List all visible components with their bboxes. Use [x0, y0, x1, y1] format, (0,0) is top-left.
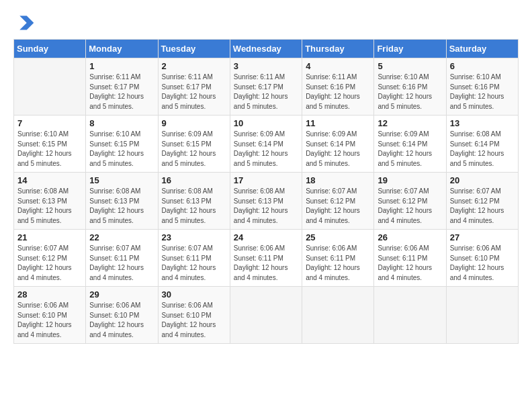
calendar-cell: 9Sunrise: 6:09 AM Sunset: 6:15 PM Daylig… — [158, 116, 230, 173]
day-number: 4 — [306, 61, 370, 71]
calendar-cell: 28Sunrise: 6:06 AM Sunset: 6:10 PM Dayli… — [14, 287, 86, 344]
calendar-cell: 29Sunrise: 6:06 AM Sunset: 6:10 PM Dayli… — [86, 287, 158, 344]
day-number: 15 — [89, 175, 154, 185]
day-number: 8 — [89, 118, 154, 128]
day-number: 24 — [234, 232, 298, 242]
day-info: Sunrise: 6:07 AM Sunset: 6:12 PM Dayligh… — [450, 187, 515, 226]
day-info: Sunrise: 6:08 AM Sunset: 6:14 PM Dayligh… — [450, 130, 515, 169]
calendar-week-row: 28Sunrise: 6:06 AM Sunset: 6:10 PM Dayli… — [14, 287, 519, 344]
calendar-cell: 10Sunrise: 6:09 AM Sunset: 6:14 PM Dayli… — [230, 116, 302, 173]
day-info: Sunrise: 6:06 AM Sunset: 6:10 PM Dayligh… — [450, 244, 515, 283]
calendar-cell: 1Sunrise: 6:11 AM Sunset: 6:17 PM Daylig… — [86, 58, 158, 116]
day-number: 16 — [162, 175, 226, 185]
day-info: Sunrise: 6:10 AM Sunset: 6:15 PM Dayligh… — [89, 130, 154, 169]
day-info: Sunrise: 6:08 AM Sunset: 6:13 PM Dayligh… — [89, 187, 154, 226]
day-info: Sunrise: 6:06 AM Sunset: 6:10 PM Dayligh… — [17, 301, 82, 340]
day-info: Sunrise: 6:09 AM Sunset: 6:15 PM Dayligh… — [162, 130, 226, 169]
calendar-cell — [446, 287, 518, 344]
day-info: Sunrise: 6:08 AM Sunset: 6:13 PM Dayligh… — [17, 187, 82, 226]
day-number: 30 — [162, 289, 226, 300]
day-info: Sunrise: 6:09 AM Sunset: 6:14 PM Dayligh… — [378, 130, 442, 169]
day-info: Sunrise: 6:11 AM Sunset: 6:16 PM Dayligh… — [306, 73, 370, 111]
day-number: 14 — [17, 175, 82, 185]
day-info: Sunrise: 6:11 AM Sunset: 6:17 PM Dayligh… — [162, 73, 226, 111]
day-number: 6 — [450, 61, 515, 71]
calendar-week-row: 7Sunrise: 6:10 AM Sunset: 6:15 PM Daylig… — [14, 116, 519, 173]
day-number: 3 — [234, 61, 298, 71]
calendar-cell: 26Sunrise: 6:06 AM Sunset: 6:11 PM Dayli… — [374, 230, 446, 287]
day-info: Sunrise: 6:07 AM Sunset: 6:11 PM Dayligh… — [162, 244, 226, 283]
calendar-cell: 3Sunrise: 6:11 AM Sunset: 6:17 PM Daylig… — [230, 58, 302, 116]
day-info: Sunrise: 6:07 AM Sunset: 6:12 PM Dayligh… — [17, 244, 82, 283]
weekday-header-monday: Monday — [86, 40, 158, 58]
weekday-header-sunday: Sunday — [14, 40, 86, 58]
day-number: 5 — [378, 61, 442, 71]
calendar-cell: 12Sunrise: 6:09 AM Sunset: 6:14 PM Dayli… — [374, 116, 446, 173]
calendar-cell: 16Sunrise: 6:08 AM Sunset: 6:13 PM Dayli… — [158, 173, 230, 230]
calendar-cell: 13Sunrise: 6:08 AM Sunset: 6:14 PM Dayli… — [446, 116, 518, 173]
day-info: Sunrise: 6:06 AM Sunset: 6:11 PM Dayligh… — [378, 244, 442, 283]
day-info: Sunrise: 6:06 AM Sunset: 6:11 PM Dayligh… — [306, 244, 370, 283]
calendar-cell: 7Sunrise: 6:10 AM Sunset: 6:15 PM Daylig… — [14, 116, 86, 173]
weekday-header-row: SundayMondayTuesdayWednesdayThursdayFrid… — [14, 40, 519, 58]
calendar-week-row: 21Sunrise: 6:07 AM Sunset: 6:12 PM Dayli… — [14, 230, 519, 287]
day-number: 22 — [89, 232, 154, 242]
day-number: 23 — [162, 232, 226, 242]
day-number: 7 — [17, 118, 82, 128]
calendar-cell: 15Sunrise: 6:08 AM Sunset: 6:13 PM Dayli… — [86, 173, 158, 230]
day-number: 25 — [306, 232, 370, 242]
day-number: 17 — [234, 175, 298, 185]
calendar-cell — [374, 287, 446, 344]
calendar-cell: 8Sunrise: 6:10 AM Sunset: 6:15 PM Daylig… — [86, 116, 158, 173]
calendar-cell: 22Sunrise: 6:07 AM Sunset: 6:11 PM Dayli… — [86, 230, 158, 287]
calendar-cell — [14, 58, 86, 116]
calendar-cell: 4Sunrise: 6:11 AM Sunset: 6:16 PM Daylig… — [302, 58, 374, 116]
svg-marker-0 — [19, 16, 34, 30]
day-info: Sunrise: 6:07 AM Sunset: 6:11 PM Dayligh… — [89, 244, 154, 283]
day-info: Sunrise: 6:10 AM Sunset: 6:15 PM Dayligh… — [17, 130, 82, 169]
weekday-header-saturday: Saturday — [446, 40, 518, 58]
calendar-cell: 5Sunrise: 6:10 AM Sunset: 6:16 PM Daylig… — [374, 58, 446, 116]
calendar-cell: 25Sunrise: 6:06 AM Sunset: 6:11 PM Dayli… — [302, 230, 374, 287]
logo — [13, 13, 35, 32]
day-info: Sunrise: 6:07 AM Sunset: 6:12 PM Dayligh… — [306, 187, 370, 226]
calendar-cell: 17Sunrise: 6:08 AM Sunset: 6:13 PM Dayli… — [230, 173, 302, 230]
day-number: 9 — [162, 118, 226, 128]
day-info: Sunrise: 6:06 AM Sunset: 6:10 PM Dayligh… — [162, 301, 226, 340]
day-number: 20 — [450, 175, 515, 185]
page-header — [13, 13, 519, 32]
weekday-header-tuesday: Tuesday — [158, 40, 230, 58]
calendar-cell: 24Sunrise: 6:06 AM Sunset: 6:11 PM Dayli… — [230, 230, 302, 287]
day-info: Sunrise: 6:07 AM Sunset: 6:12 PM Dayligh… — [378, 187, 442, 226]
day-number: 13 — [450, 118, 515, 128]
day-number: 29 — [89, 289, 154, 300]
day-info: Sunrise: 6:11 AM Sunset: 6:17 PM Dayligh… — [89, 73, 154, 111]
calendar-cell: 23Sunrise: 6:07 AM Sunset: 6:11 PM Dayli… — [158, 230, 230, 287]
day-number: 26 — [378, 232, 442, 242]
day-number: 18 — [306, 175, 370, 185]
day-number: 1 — [89, 61, 154, 71]
day-info: Sunrise: 6:10 AM Sunset: 6:16 PM Dayligh… — [378, 73, 442, 111]
day-info: Sunrise: 6:09 AM Sunset: 6:14 PM Dayligh… — [306, 130, 370, 169]
day-info: Sunrise: 6:09 AM Sunset: 6:14 PM Dayligh… — [234, 130, 298, 169]
day-number: 11 — [306, 118, 370, 128]
weekday-header-wednesday: Wednesday — [230, 40, 302, 58]
day-number: 27 — [450, 232, 515, 242]
day-info: Sunrise: 6:11 AM Sunset: 6:17 PM Dayligh… — [234, 73, 298, 111]
day-number: 21 — [17, 232, 82, 242]
logo-icon — [16, 13, 35, 32]
calendar-cell: 19Sunrise: 6:07 AM Sunset: 6:12 PM Dayli… — [374, 173, 446, 230]
day-info: Sunrise: 6:06 AM Sunset: 6:11 PM Dayligh… — [234, 244, 298, 283]
weekday-header-friday: Friday — [374, 40, 446, 58]
calendar-cell: 30Sunrise: 6:06 AM Sunset: 6:10 PM Dayli… — [158, 287, 230, 344]
calendar-cell: 14Sunrise: 6:08 AM Sunset: 6:13 PM Dayli… — [14, 173, 86, 230]
calendar-table: SundayMondayTuesdayWednesdayThursdayFrid… — [13, 39, 519, 344]
day-number: 10 — [234, 118, 298, 128]
calendar-cell: 20Sunrise: 6:07 AM Sunset: 6:12 PM Dayli… — [446, 173, 518, 230]
weekday-header-thursday: Thursday — [302, 40, 374, 58]
calendar-cell: 27Sunrise: 6:06 AM Sunset: 6:10 PM Dayli… — [446, 230, 518, 287]
day-info: Sunrise: 6:08 AM Sunset: 6:13 PM Dayligh… — [162, 187, 226, 226]
calendar-cell — [302, 287, 374, 344]
calendar-cell: 18Sunrise: 6:07 AM Sunset: 6:12 PM Dayli… — [302, 173, 374, 230]
day-number: 28 — [17, 289, 82, 300]
